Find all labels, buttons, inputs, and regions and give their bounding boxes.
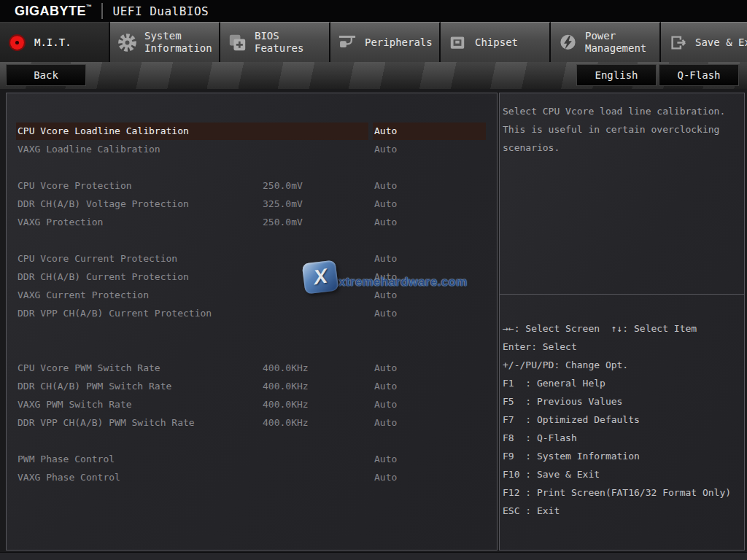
help-line: Select CPU Vcore load line calibration. [503, 102, 741, 120]
setting-label: CPU Vcore PWM Switch Rate [18, 359, 160, 377]
tab-label: Save & Exit [695, 36, 747, 49]
setting-value[interactable]: Auto [374, 141, 397, 158]
key-legend-line: +/-/PU/PD: Change Opt. [503, 356, 744, 374]
setting-label: PWM Phase Control [18, 451, 115, 468]
setting-row-cpu-vcore-pwm-switch-rate[interactable]: CPU Vcore PWM Switch Rate400.0KHzAuto [7, 359, 497, 378]
key-legend-line: →←: Select Screen ↑↓: Select Item [503, 319, 744, 338]
setting-value[interactable]: Auto [374, 250, 397, 268]
setting-value[interactable]: Auto [374, 177, 397, 195]
setting-value[interactable]: Auto [374, 451, 397, 468]
setting-row-pwm-phase-control[interactable]: PWM Phase ControlAuto [7, 451, 497, 469]
help-text-area: Select CPU Vcore load line calibration.T… [500, 93, 744, 294]
chipset-icon [447, 32, 468, 52]
tab-label: System Information [144, 30, 219, 55]
setting-label: CPU Vcore Current Protection [18, 250, 177, 268]
tab-peripherals[interactable]: Peripherals [330, 22, 441, 62]
settings-group: CPU Vcore Protection250.0mVAutoDDR CH(A/… [7, 177, 497, 232]
tab-label: Power Management [585, 30, 659, 55]
settings-list: CPU Vcore Loadline CalibrationAutoVAXG L… [7, 93, 497, 487]
key-legend-line: F1 : General Help [503, 374, 744, 392]
setting-value[interactable]: Auto [374, 378, 397, 395]
setting-value[interactable]: Auto [374, 214, 397, 231]
setting-label: VAXG PWM Switch Rate [18, 396, 132, 413]
toolbar-strip: Back English Q-Flash [0, 62, 747, 89]
settings-group: PWM Phase ControlAutoVAXG Phase ControlA… [7, 451, 497, 487]
gear-icon [117, 32, 137, 52]
qflash-button[interactable]: Q-Flash [659, 64, 739, 86]
setting-mid-value: 325.0mV [263, 195, 303, 213]
key-legend-line: Enter: Select [503, 338, 744, 356]
tab-power-management[interactable]: Power Management [551, 22, 661, 62]
setting-mid-value: 400.0KHz [263, 414, 309, 432]
key-legend-line: F8 : Q-Flash [503, 429, 744, 447]
back-button[interactable]: Back [6, 64, 86, 86]
key-legend-line: F5 : Previous Values [503, 392, 744, 411]
setting-label: VAXG Current Protection [18, 287, 149, 304]
help-panel: Select CPU Vcore load line calibration.T… [499, 93, 745, 551]
tab-m-i-t[interactable]: M.I.T. [0, 22, 110, 62]
tab-save-exit[interactable]: Save & Exit [661, 22, 747, 62]
tab-label: M.I.T. [34, 36, 109, 49]
bios-screen: GIGABYTE™ UEFI DualBIOS M.I.T.System Inf… [0, 0, 747, 560]
setting-row-ddr-ch-a-b-current-protection[interactable]: DDR CH(A/B) Current ProtectionAuto [7, 268, 497, 287]
setting-value[interactable]: Auto [374, 305, 397, 322]
setting-label: DDR VPP CH(A/B) PWM Switch Rate [18, 414, 195, 432]
key-legend-line: ESC : Exit [503, 502, 744, 520]
setting-mid-value: 400.0KHz [263, 359, 309, 377]
setting-row-ddr-ch-a-b-pwm-switch-rate[interactable]: DDR CH(A/B) PWM Switch Rate400.0KHzAuto [7, 378, 497, 396]
setting-row-cpu-vcore-loadline-calibration[interactable]: CPU Vcore Loadline CalibrationAuto [7, 122, 497, 141]
setting-mid-value: 250.0mV [263, 214, 303, 231]
page-title: UEFI DualBIOS [113, 4, 209, 18]
help-line: This is useful in certain overclocking [503, 120, 741, 139]
setting-row-cpu-vcore-protection[interactable]: CPU Vcore Protection250.0mVAuto [7, 177, 497, 195]
bottom-strip [0, 552, 747, 560]
trademark-symbol: ™ [86, 4, 93, 10]
setting-mid-value: 400.0KHz [263, 396, 309, 413]
gigabyte-logo: GIGABYTE™ [15, 4, 93, 19]
setting-row-ddr-vpp-ch-a-b-pwm-switch-rate[interactable]: DDR VPP CH(A/B) PWM Switch Rate400.0KHzA… [7, 414, 497, 432]
peripherals-icon [337, 32, 357, 52]
setting-row-ddr-ch-a-b-voltage-protection[interactable]: DDR CH(A/B) Voltage Protection325.0mVAut… [7, 195, 497, 214]
setting-row-ddr-vpp-ch-a-b-current-protection[interactable]: DDR VPP CH(A/B) Current ProtectionAuto [7, 305, 497, 323]
settings-group: CPU Vcore Current ProtectionAutoDDR CH(A… [7, 250, 497, 323]
setting-label: CPU Vcore Loadline Calibration [16, 122, 368, 140]
tab-system-information[interactable]: System Information [110, 22, 220, 62]
setting-value[interactable]: Auto [374, 469, 397, 486]
setting-row-vaxg-current-protection[interactable]: VAXG Current ProtectionAuto [7, 287, 497, 305]
setting-value[interactable]: Auto [374, 396, 397, 413]
setting-row-vaxg-pwm-switch-rate[interactable]: VAXG PWM Switch Rate400.0KHzAuto [7, 396, 497, 414]
key-legend-line: F10 : Save & Exit [503, 465, 744, 483]
key-legend-line: F12 : Print Screen(FAT16/32 Format Only) [503, 483, 744, 502]
setting-value[interactable]: Auto [374, 195, 397, 213]
setting-row-cpu-vcore-current-protection[interactable]: CPU Vcore Current ProtectionAuto [7, 250, 497, 268]
save-exit-icon [667, 32, 688, 52]
help-line: scenarios. [503, 139, 741, 157]
setting-label: VAXG Loadline Calibration [18, 141, 160, 158]
tab-label: Chipset [475, 36, 549, 49]
setting-label: VAXG Protection [18, 214, 103, 231]
tab-bios-features[interactable]: BIOS Features [220, 22, 330, 62]
setting-label: DDR CH(A/B) PWM Switch Rate [18, 378, 171, 395]
key-legend-area: →←: Select Screen ↑↓: Select ItemEnter: … [500, 294, 744, 520]
language-button[interactable]: English [576, 64, 657, 86]
setting-value[interactable]: Auto [374, 268, 397, 286]
setting-value[interactable]: Auto [374, 287, 397, 304]
settings-panel: CPU Vcore Loadline CalibrationAutoVAXG L… [6, 93, 498, 551]
tab-chipset[interactable]: Chipset [441, 22, 551, 62]
settings-group: CPU Vcore PWM Switch Rate400.0KHzAutoDDR… [7, 359, 497, 432]
power-icon [557, 32, 578, 52]
settings-group: CPU Vcore Loadline CalibrationAutoVAXG L… [7, 122, 497, 159]
setting-row-vaxg-protection[interactable]: VAXG Protection250.0mVAuto [7, 214, 497, 232]
setting-label: DDR CH(A/B) Current Protection [18, 268, 189, 286]
mit-dot-icon [7, 32, 27, 52]
tab-bar: M.I.T.System InformationBIOS FeaturesPer… [0, 22, 747, 62]
setting-label: CPU Vcore Protection [18, 177, 132, 195]
setting-mid-value: 250.0mV [263, 177, 303, 195]
key-legend-line: F9 : System Information [503, 447, 744, 465]
setting-value[interactable]: Auto [373, 122, 486, 140]
setting-row-vaxg-loadline-calibration[interactable]: VAXG Loadline CalibrationAuto [7, 141, 497, 159]
setting-mid-value: 400.0KHz [263, 378, 309, 395]
setting-value[interactable]: Auto [374, 414, 397, 432]
setting-row-vaxg-phase-control[interactable]: VAXG Phase ControlAuto [7, 469, 497, 487]
setting-value[interactable]: Auto [374, 359, 397, 377]
